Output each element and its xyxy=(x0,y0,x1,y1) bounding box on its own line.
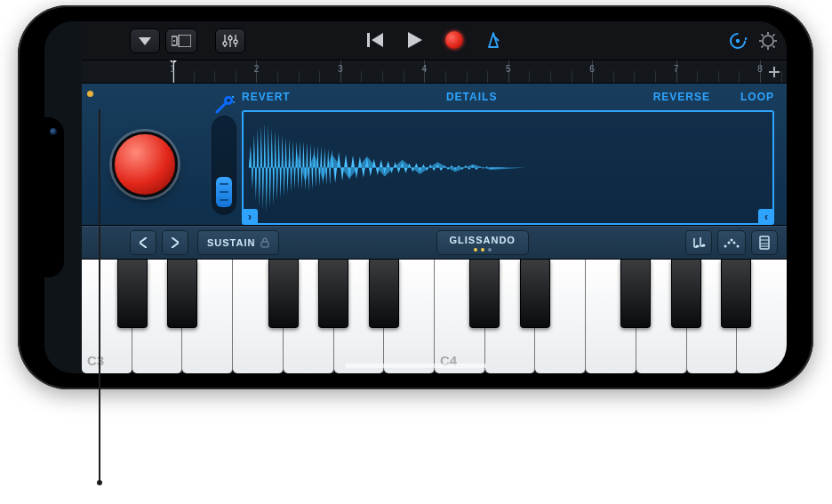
keyboard-layout-button[interactable] xyxy=(751,230,778,255)
sustain-label: SUSTAIN xyxy=(207,237,255,248)
input-level-slider[interactable] xyxy=(212,116,236,215)
black-key[interactable] xyxy=(268,260,299,328)
transport-controls xyxy=(364,28,505,52)
key-label-c3: C3 xyxy=(87,353,104,368)
black-key[interactable] xyxy=(318,260,348,328)
bar-number: 7 xyxy=(674,64,679,74)
callout-line xyxy=(99,109,100,483)
svg-point-8 xyxy=(234,40,237,44)
black-key[interactable] xyxy=(469,260,500,328)
black-key[interactable] xyxy=(520,260,550,328)
black-key[interactable] xyxy=(671,260,701,328)
piano-keyboard[interactable]: C3C4 xyxy=(82,260,787,373)
sampler-panel: REVERT DETAILS REVERSE LOOP › xyxy=(82,84,787,226)
glissando-page-dots xyxy=(474,248,492,252)
black-key[interactable] xyxy=(369,260,399,328)
bar-number: 3 xyxy=(338,64,343,74)
black-key[interactable] xyxy=(117,260,148,328)
svg-point-6 xyxy=(223,42,227,45)
timeline-ruler[interactable]: 12345678 xyxy=(82,60,787,84)
svg-rect-37 xyxy=(760,236,769,249)
sampler-record-button[interactable] xyxy=(112,132,178,197)
octave-down-button[interactable] xyxy=(130,230,156,255)
svg-point-32 xyxy=(724,245,727,248)
svg-point-7 xyxy=(228,36,232,40)
loop-browser-button[interactable] xyxy=(728,31,748,51)
svg-point-36 xyxy=(737,245,740,248)
glissando-label: GLISSANDO xyxy=(450,235,516,245)
bar-number: 6 xyxy=(589,64,595,74)
metronome-button[interactable] xyxy=(482,28,505,52)
go-to-beginning-button[interactable] xyxy=(364,28,388,52)
slider-thumb[interactable] xyxy=(216,177,232,207)
svg-point-2 xyxy=(173,40,175,42)
track-controls-button[interactable] xyxy=(215,28,245,53)
loop-button[interactable]: LOOP xyxy=(740,91,774,103)
trim-left-handle[interactable]: › xyxy=(242,209,258,225)
svg-point-28 xyxy=(233,101,235,103)
waveform xyxy=(244,112,772,223)
svg-line-20 xyxy=(772,45,774,47)
song-settings-button[interactable] xyxy=(758,31,778,51)
arpeggiator-button[interactable] xyxy=(717,230,746,255)
svg-point-34 xyxy=(731,239,733,242)
octave-up-button[interactable] xyxy=(162,230,188,255)
svg-line-19 xyxy=(762,34,764,36)
svg-point-30 xyxy=(696,245,700,248)
status-indicator xyxy=(87,91,93,97)
black-key[interactable] xyxy=(721,260,751,328)
svg-point-33 xyxy=(728,242,731,244)
browser-button[interactable] xyxy=(165,28,197,53)
sustain-button[interactable]: SUSTAIN xyxy=(197,230,279,255)
glissando-button[interactable]: GLISSANDO xyxy=(436,230,529,255)
black-key[interactable] xyxy=(620,260,651,328)
trim-right-handle[interactable]: ‹ xyxy=(758,209,774,225)
home-indicator xyxy=(345,364,487,368)
svg-rect-1 xyxy=(179,35,191,47)
svg-point-14 xyxy=(763,36,773,46)
scale-button[interactable] xyxy=(685,230,712,255)
lock-icon xyxy=(260,237,269,248)
play-button[interactable] xyxy=(404,28,427,52)
tune-icon[interactable] xyxy=(213,92,236,116)
bar-number: 1 xyxy=(170,64,175,74)
black-key[interactable] xyxy=(167,260,197,328)
device-notch xyxy=(44,117,64,277)
iphone-frame: 12345678 REVERT DE xyxy=(18,5,813,389)
bar-number: 5 xyxy=(506,64,511,74)
svg-point-27 xyxy=(232,96,234,98)
svg-point-31 xyxy=(702,244,706,247)
bar-number: 2 xyxy=(254,64,260,74)
revert-button[interactable]: REVERT xyxy=(242,91,291,103)
my-songs-button[interactable] xyxy=(130,28,160,53)
reverse-button[interactable]: REVERSE xyxy=(653,91,710,103)
bar-number: 4 xyxy=(422,64,428,74)
top-toolbar xyxy=(82,21,787,60)
svg-rect-9 xyxy=(367,33,370,47)
svg-point-35 xyxy=(733,242,736,244)
svg-rect-29 xyxy=(261,242,268,247)
details-button[interactable]: DETAILS xyxy=(446,91,497,103)
bar-number: 8 xyxy=(757,64,763,74)
svg-point-13 xyxy=(736,38,740,42)
record-icon xyxy=(445,31,463,49)
waveform-display[interactable]: › ‹ xyxy=(242,110,774,225)
keyboard-toolbar: SUSTAIN GLISSANDO xyxy=(82,226,787,260)
svg-line-22 xyxy=(772,34,774,36)
svg-line-21 xyxy=(762,45,764,47)
svg-point-26 xyxy=(227,99,230,102)
record-button[interactable] xyxy=(443,28,466,52)
